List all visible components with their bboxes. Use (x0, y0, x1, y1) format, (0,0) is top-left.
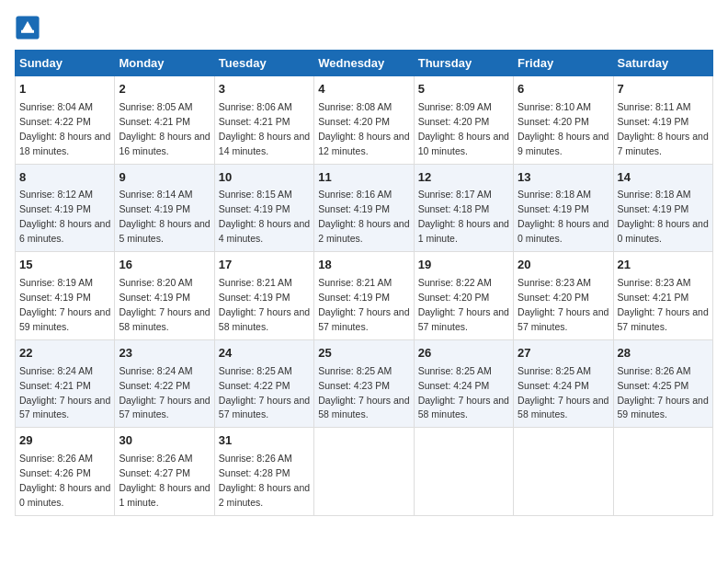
empty-cell (314, 428, 414, 516)
header-sunday: Sunday (16, 51, 115, 76)
day-info: Sunrise: 8:25 AMSunset: 4:24 PMDaylight:… (518, 365, 609, 420)
header-monday: Monday (115, 51, 214, 76)
calendar-day-cell: 3 Sunrise: 8:06 AMSunset: 4:21 PMDayligh… (214, 76, 313, 165)
day-number: 22 (19, 345, 110, 362)
day-info: Sunrise: 8:18 AMSunset: 4:19 PMDaylight:… (618, 189, 709, 244)
day-number: 20 (518, 257, 609, 274)
calendar-day-cell: 17 Sunrise: 8:21 AMSunset: 4:19 PMDaylig… (214, 252, 313, 340)
day-number: 23 (119, 345, 210, 362)
calendar-day-cell: 14 Sunrise: 8:18 AMSunset: 4:19 PMDaylig… (613, 164, 712, 252)
calendar-day-cell: 29 Sunrise: 8:26 AMSunset: 4:26 PMDaylig… (16, 428, 115, 516)
day-number: 21 (618, 257, 709, 274)
day-info: Sunrise: 8:05 AMSunset: 4:21 PMDaylight:… (119, 101, 210, 156)
day-number: 16 (119, 257, 210, 274)
day-info: Sunrise: 8:12 AMSunset: 4:19 PMDaylight:… (19, 189, 110, 244)
header-saturday: Saturday (613, 51, 712, 76)
calendar-day-cell: 28 Sunrise: 8:26 AMSunset: 4:25 PMDaylig… (613, 339, 712, 428)
day-number: 25 (318, 345, 409, 362)
empty-cell (514, 428, 613, 516)
calendar-row: 1 Sunrise: 8:04 AMSunset: 4:22 PMDayligh… (16, 76, 713, 165)
day-info: Sunrise: 8:20 AMSunset: 4:19 PMDaylight:… (119, 277, 210, 332)
day-number: 18 (318, 257, 409, 274)
empty-cell (414, 428, 513, 516)
calendar-row: 29 Sunrise: 8:26 AMSunset: 4:26 PMDaylig… (16, 428, 713, 516)
header-tuesday: Tuesday (214, 51, 313, 76)
calendar-day-cell: 25 Sunrise: 8:25 AMSunset: 4:23 PMDaylig… (314, 339, 414, 428)
calendar-day-cell: 11 Sunrise: 8:16 AMSunset: 4:19 PMDaylig… (314, 164, 414, 252)
calendar-day-cell: 7 Sunrise: 8:11 AMSunset: 4:19 PMDayligh… (613, 76, 712, 165)
day-number: 4 (318, 81, 409, 98)
calendar-day-cell: 8 Sunrise: 8:12 AMSunset: 4:19 PMDayligh… (16, 164, 115, 252)
day-info: Sunrise: 8:23 AMSunset: 4:21 PMDaylight:… (618, 277, 709, 332)
day-number: 9 (119, 169, 210, 187)
day-number: 7 (618, 81, 709, 98)
calendar-row: 15 Sunrise: 8:19 AMSunset: 4:19 PMDaylig… (16, 252, 713, 340)
day-info: Sunrise: 8:21 AMSunset: 4:19 PMDaylight:… (318, 277, 409, 332)
logo (15, 15, 44, 40)
calendar-day-cell: 2 Sunrise: 8:05 AMSunset: 4:21 PMDayligh… (115, 76, 214, 165)
calendar-day-cell: 1 Sunrise: 8:04 AMSunset: 4:22 PMDayligh… (16, 76, 115, 165)
day-info: Sunrise: 8:17 AMSunset: 4:18 PMDaylight:… (418, 189, 509, 244)
calendar-day-cell: 9 Sunrise: 8:14 AMSunset: 4:19 PMDayligh… (115, 164, 214, 252)
calendar-day-cell: 24 Sunrise: 8:25 AMSunset: 4:22 PMDaylig… (214, 339, 313, 428)
day-number: 3 (219, 81, 310, 98)
day-info: Sunrise: 8:26 AMSunset: 4:25 PMDaylight:… (618, 365, 709, 420)
calendar-day-cell: 13 Sunrise: 8:18 AMSunset: 4:19 PMDaylig… (514, 164, 613, 252)
calendar-row: 22 Sunrise: 8:24 AMSunset: 4:21 PMDaylig… (16, 339, 713, 428)
day-info: Sunrise: 8:08 AMSunset: 4:20 PMDaylight:… (318, 101, 409, 156)
day-info: Sunrise: 8:25 AMSunset: 4:24 PMDaylight:… (418, 365, 509, 420)
day-number: 10 (219, 169, 310, 187)
day-info: Sunrise: 8:25 AMSunset: 4:23 PMDaylight:… (318, 365, 409, 420)
day-number: 29 (19, 432, 110, 450)
day-info: Sunrise: 8:19 AMSunset: 4:19 PMDaylight:… (19, 277, 110, 332)
calendar-day-cell: 6 Sunrise: 8:10 AMSunset: 4:20 PMDayligh… (514, 76, 613, 165)
day-number: 2 (119, 81, 210, 98)
day-info: Sunrise: 8:23 AMSunset: 4:20 PMDaylight:… (518, 277, 609, 332)
day-info: Sunrise: 8:16 AMSunset: 4:19 PMDaylight:… (318, 189, 409, 244)
day-info: Sunrise: 8:21 AMSunset: 4:19 PMDaylight:… (219, 277, 310, 332)
calendar-row: 8 Sunrise: 8:12 AMSunset: 4:19 PMDayligh… (16, 164, 713, 252)
calendar-day-cell: 10 Sunrise: 8:15 AMSunset: 4:19 PMDaylig… (214, 164, 313, 252)
day-number: 19 (418, 257, 509, 274)
day-number: 8 (19, 169, 110, 187)
day-number: 28 (618, 345, 709, 362)
day-info: Sunrise: 8:15 AMSunset: 4:19 PMDaylight:… (219, 189, 310, 244)
day-number: 30 (119, 432, 210, 450)
day-number: 14 (618, 169, 709, 187)
day-info: Sunrise: 8:06 AMSunset: 4:21 PMDaylight:… (219, 101, 310, 156)
day-info: Sunrise: 8:26 AMSunset: 4:28 PMDaylight:… (219, 453, 310, 508)
empty-cell (613, 428, 712, 516)
calendar-day-cell: 18 Sunrise: 8:21 AMSunset: 4:19 PMDaylig… (314, 252, 414, 340)
day-info: Sunrise: 8:11 AMSunset: 4:19 PMDaylight:… (618, 101, 709, 156)
calendar-day-cell: 27 Sunrise: 8:25 AMSunset: 4:24 PMDaylig… (514, 339, 613, 428)
header-friday: Friday (514, 51, 613, 76)
calendar-day-cell: 19 Sunrise: 8:22 AMSunset: 4:20 PMDaylig… (414, 252, 513, 340)
header-thursday: Thursday (414, 51, 513, 76)
day-number: 13 (518, 169, 609, 187)
calendar-day-cell: 30 Sunrise: 8:26 AMSunset: 4:27 PMDaylig… (115, 428, 214, 516)
calendar-day-cell: 15 Sunrise: 8:19 AMSunset: 4:19 PMDaylig… (16, 252, 115, 340)
day-number: 15 (19, 257, 110, 274)
day-number: 27 (518, 345, 609, 362)
day-info: Sunrise: 8:18 AMSunset: 4:19 PMDaylight:… (518, 189, 609, 244)
day-number: 6 (518, 81, 609, 98)
day-info: Sunrise: 8:14 AMSunset: 4:19 PMDaylight:… (119, 189, 210, 244)
svg-rect-2 (21, 30, 34, 33)
calendar-day-cell: 26 Sunrise: 8:25 AMSunset: 4:24 PMDaylig… (414, 339, 513, 428)
day-number: 17 (219, 257, 310, 274)
day-info: Sunrise: 8:26 AMSunset: 4:26 PMDaylight:… (19, 453, 110, 508)
calendar-day-cell: 20 Sunrise: 8:23 AMSunset: 4:20 PMDaylig… (514, 252, 613, 340)
calendar-day-cell: 23 Sunrise: 8:24 AMSunset: 4:22 PMDaylig… (115, 339, 214, 428)
day-info: Sunrise: 8:10 AMSunset: 4:20 PMDaylight:… (518, 101, 609, 156)
header-row: Sunday Monday Tuesday Wednesday Thursday… (16, 51, 713, 76)
day-info: Sunrise: 8:24 AMSunset: 4:22 PMDaylight:… (119, 365, 210, 420)
day-info: Sunrise: 8:26 AMSunset: 4:27 PMDaylight:… (119, 453, 210, 508)
calendar-day-cell: 4 Sunrise: 8:08 AMSunset: 4:20 PMDayligh… (314, 76, 414, 165)
calendar-day-cell: 31 Sunrise: 8:26 AMSunset: 4:28 PMDaylig… (214, 428, 313, 516)
calendar-day-cell: 21 Sunrise: 8:23 AMSunset: 4:21 PMDaylig… (613, 252, 712, 340)
calendar-day-cell: 22 Sunrise: 8:24 AMSunset: 4:21 PMDaylig… (16, 339, 115, 428)
day-info: Sunrise: 8:24 AMSunset: 4:21 PMDaylight:… (19, 365, 110, 420)
day-number: 31 (219, 432, 310, 450)
day-number: 26 (418, 345, 509, 362)
day-number: 24 (219, 345, 310, 362)
